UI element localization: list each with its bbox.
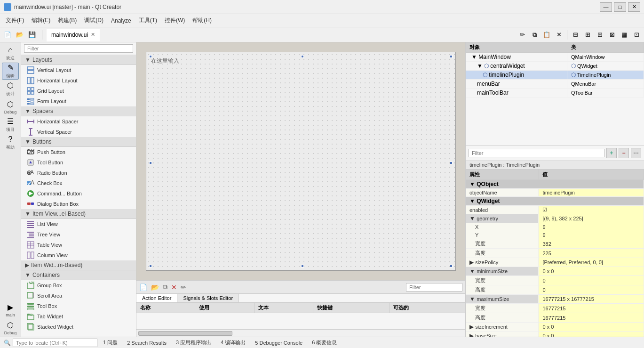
handle-ml[interactable] [149,162,152,164]
widget-command-button[interactable]: ▶ Command... Button [21,188,136,199]
widget-list-view[interactable]: List View [21,219,136,229]
section-layouts[interactable]: ▼ Layouts [21,55,136,65]
prop-row-maxheight[interactable]: 高度 16777215 [466,313,644,323]
sidebar-edit[interactable]: ✎ 编辑 [2,63,19,80]
sidebar-welcome[interactable]: ⌂ 欢迎 [2,45,19,62]
prop-row-objectname[interactable]: objectName timelinePlugin [466,189,644,197]
filter-remove-button[interactable]: − [619,148,629,158]
toolbar-open[interactable]: 📂 [14,29,25,40]
obj-row-menubar[interactable]: menuBar QMenuBar [466,80,644,89]
sidebar-main[interactable]: ▶ main [2,301,19,318]
menu-analyze[interactable]: Analyze [107,16,135,26]
prop-val-x[interactable]: 9 [539,223,644,231]
menu-help[interactable]: 帮助(H) [189,15,215,26]
widget-table-view[interactable]: Table View [21,240,136,250]
menu-debug[interactable]: 调试(D) [80,15,107,26]
prop-row-minimumsize[interactable]: ▼ minimumSize 0 x 0 [466,267,644,276]
prop-val-height[interactable]: 225 [539,249,644,258]
widget-tool-box[interactable]: Tool Box [21,301,136,311]
obj-row-maintoolbar[interactable]: mainToolBar QToolBar [466,89,644,97]
action-delete[interactable]: ✕ [171,283,177,291]
widget-column-view[interactable]: Column View [21,250,136,260]
tab-close-icon[interactable]: ✕ [91,32,95,38]
toolbar-new[interactable]: 📄 [2,29,13,40]
horizontal-scrollbar[interactable] [136,329,465,337]
tab-action-editor[interactable]: Action Editor [136,294,177,302]
handle-mr[interactable] [450,162,453,164]
prop-row-height[interactable]: 高度 225 [466,249,644,258]
toolbar-save[interactable]: 💾 [26,29,38,40]
widget-radio-button[interactable]: A Radio Button [21,168,136,178]
locate-input[interactable] [13,339,97,347]
widget-tree-view[interactable]: Tree View [21,229,136,240]
obj-row-timelineplugin[interactable]: ⬡ timelinePlugin ⬡ TimelinePlugin [466,71,644,80]
widget-tool-button[interactable]: Tool Button [21,157,136,168]
handle-tm[interactable] [301,55,304,58]
status-app-output[interactable]: 3 应用程序输出 [172,338,215,347]
status-debugger[interactable]: 5 Debugger Console [251,339,306,347]
menu-widgets[interactable]: 控件(W) [161,15,189,26]
section-buttons[interactable]: ▼ Buttons [21,137,136,147]
widget-stacked-widget[interactable]: Stacked Widget [21,322,136,332]
prop-val-y[interactable]: 9 [539,231,644,239]
prop-row-maxwidth[interactable]: 宽度 16777215 [466,304,644,313]
prop-val-minwidth[interactable]: 0 [539,276,644,285]
action-edit[interactable]: ✏ [181,283,186,291]
prop-row-sizepolicy[interactable]: ▶ sizePolicy [Preferred, Preferred, 0, 0… [466,258,644,267]
prop-val-width[interactable]: 382 [539,239,644,249]
prop-row-geometry[interactable]: ▼ geometry [(9, 9), 382 x 225] [466,214,644,223]
layout-h[interactable]: ⊟ [570,29,581,40]
menu-edit[interactable]: 编辑(E) [28,15,54,26]
widget-group-box[interactable]: GB Group Box [21,280,136,291]
prop-row-y[interactable]: Y 9 [466,231,644,239]
status-search[interactable]: 2 Search Results [123,339,170,347]
sidebar-debug[interactable]: ⬡ Debug [2,98,19,115]
sidebar-debug2[interactable]: ⬡ Debug [2,319,19,336]
prop-row-minwidth[interactable]: 宽度 0 [466,276,644,285]
widget-form-layout[interactable]: Form Layout [21,96,136,106]
layout-hbox[interactable]: ▦ [619,29,630,40]
obj-row-mainwindow[interactable]: ▼ MainWindow QMainWindow [466,53,644,62]
design-copy-btn[interactable]: ⧉ [529,29,540,40]
menu-file[interactable]: 文件(F) [2,15,28,26]
menu-tools[interactable]: 工具(T) [135,15,161,26]
widget-filter-input[interactable] [24,44,133,53]
layout-v[interactable]: ⊞ [582,29,593,40]
minimize-button[interactable]: — [600,2,612,12]
status-compile[interactable]: 4 编译输出 [217,338,249,347]
obj-row-centralwidget[interactable]: ▼ ⬡ centralWidget ⬡ QWidget [466,62,644,71]
prop-val-minheight[interactable]: 0 [539,285,644,295]
prop-section-qobject[interactable]: ▼ QObject [466,180,644,189]
design-delete-btn[interactable]: ✕ [553,29,564,40]
status-problems[interactable]: 1 问题 [99,338,121,347]
widget-grid-layout[interactable]: Grid Layout [21,86,136,96]
handle-tr[interactable] [450,55,453,58]
prop-row-enabled[interactable]: enabled ☑ [466,206,644,214]
property-filter-input[interactable] [469,149,604,157]
prop-val-maxwidth[interactable]: 16777215 [539,304,644,313]
widget-dialog-button-box[interactable]: Dialog Button Box [21,199,136,209]
widget-vertical-spacer[interactable]: Vertical Spacer [21,127,136,137]
prop-section-qwidget[interactable]: ▼ QWidget [466,197,644,206]
editor-tab[interactable]: mainwindow.ui ✕ [47,29,100,41]
sidebar-project[interactable]: ☰ 项目 [2,116,19,133]
layout-form[interactable]: ⊠ [606,29,618,40]
prop-val-enabled[interactable]: ☑ [539,206,644,214]
design-edit-btn[interactable]: ✏ [517,29,528,40]
prop-val-maxheight[interactable]: 16777215 [539,313,644,323]
sidebar-design[interactable]: ⬡ 设计 [2,81,19,97]
layout-break[interactable]: ⊡ [631,29,642,40]
scroll-thumb[interactable] [138,331,232,336]
widget-push-button[interactable]: OK Push Button [21,147,136,157]
menu-build[interactable]: 构建(B) [54,15,80,26]
widget-tab-widget[interactable]: Tab Widget [21,311,136,322]
action-new[interactable]: 📄 [139,283,147,291]
status-overview[interactable]: 6 概要信息 [308,338,341,347]
handle-bl[interactable] [149,265,152,267]
layout-grid[interactable]: ⊞ [594,29,605,40]
prop-row-width[interactable]: 宽度 382 [466,239,644,249]
close-button[interactable]: ✕ [628,2,640,12]
handle-bm[interactable] [301,265,304,267]
prop-row-basesize[interactable]: ▶ baseSize 0 x 0 [466,332,644,337]
tab-signals-slots[interactable]: Signals & Slots Editor [177,294,239,302]
